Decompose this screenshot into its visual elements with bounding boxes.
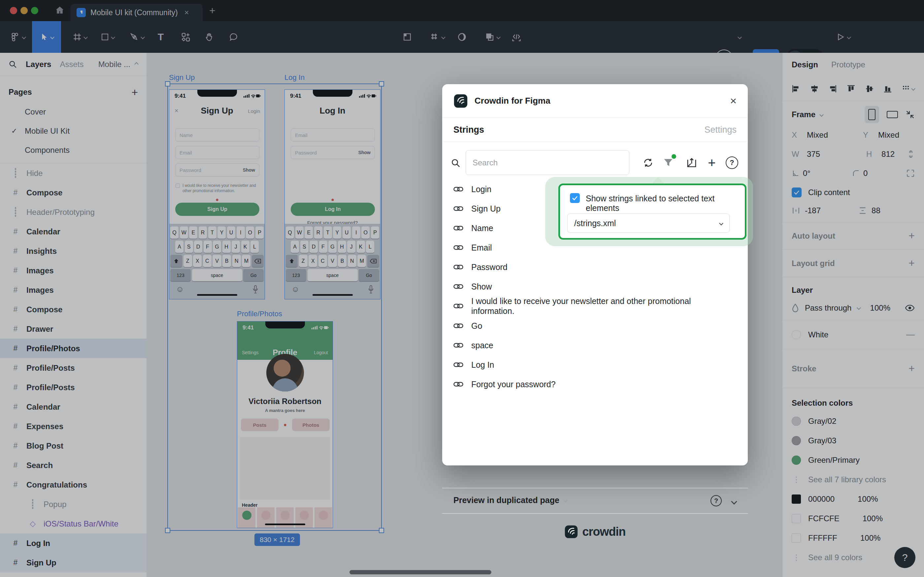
sync-icon[interactable] xyxy=(640,155,656,171)
string-row[interactable]: Forgot your password? xyxy=(454,374,737,394)
link-icon xyxy=(454,205,463,212)
strings-file-value: /strings.xml xyxy=(574,219,616,228)
string-row[interactable]: Go xyxy=(454,316,737,335)
crowdin-brand: crowdin xyxy=(442,513,748,550)
preview-toggle[interactable]: Preview in duplicated page xyxy=(454,495,567,505)
search-icon xyxy=(451,158,461,168)
string-text: Login xyxy=(471,184,491,194)
string-text: Go xyxy=(471,321,482,331)
tab-strings[interactable]: Strings xyxy=(454,125,484,135)
crowdin-app-icon xyxy=(454,94,468,108)
collapse-chevron-icon[interactable] xyxy=(726,493,742,509)
preview-help-icon[interactable]: ? xyxy=(708,493,724,509)
string-text: Sign Up xyxy=(471,204,501,214)
link-icon xyxy=(454,342,463,348)
help-icon[interactable]: ? xyxy=(724,155,740,171)
string-text: Show xyxy=(471,282,492,292)
string-text: Forgot your password? xyxy=(471,379,556,389)
string-row[interactable]: Log In xyxy=(454,355,737,374)
link-icon xyxy=(454,381,463,387)
upload-icon[interactable] xyxy=(684,155,700,171)
search-input[interactable] xyxy=(466,150,629,175)
chevron-down-icon xyxy=(719,221,723,226)
string-row[interactable]: space xyxy=(454,335,737,355)
dialog-close-icon[interactable]: × xyxy=(730,94,737,107)
filter-tooltip: Show strings linked to selected text ele… xyxy=(545,177,753,246)
tab-settings[interactable]: Settings xyxy=(704,125,737,135)
string-row[interactable]: I would like to receive your newsletter … xyxy=(454,296,737,316)
strings-file-select[interactable]: /strings.xml xyxy=(567,214,730,233)
string-text: Log In xyxy=(471,360,494,370)
dialog-title: Crowdin for Figma xyxy=(475,96,551,106)
link-icon xyxy=(454,225,463,231)
string-row[interactable]: Password xyxy=(454,257,737,277)
link-icon xyxy=(454,186,463,192)
string-row[interactable]: Show xyxy=(454,277,737,296)
add-string-icon[interactable]: + xyxy=(704,155,720,171)
link-icon xyxy=(454,361,463,368)
string-text: I would like to receive your newsletter … xyxy=(471,296,732,316)
link-icon xyxy=(454,322,463,329)
link-icon xyxy=(454,244,463,251)
string-text: Name xyxy=(471,223,493,233)
link-icon xyxy=(454,303,463,309)
filter-icon[interactable] xyxy=(660,155,676,171)
filter-active-dot xyxy=(671,154,676,159)
crowdin-plugin-dialog: Crowdin for Figma × Strings Settings + ?… xyxy=(442,84,748,466)
link-icon xyxy=(454,283,463,290)
crowdin-logo-icon xyxy=(564,525,578,539)
crowdin-wordmark: crowdin xyxy=(582,525,625,539)
string-text: Password xyxy=(471,262,507,272)
string-text: Email xyxy=(471,243,492,253)
linked-strings-checkbox[interactable] xyxy=(570,193,580,203)
linked-strings-label: Show strings linked to selected text ele… xyxy=(586,194,745,213)
string-text: space xyxy=(471,340,493,350)
link-icon xyxy=(454,264,463,270)
